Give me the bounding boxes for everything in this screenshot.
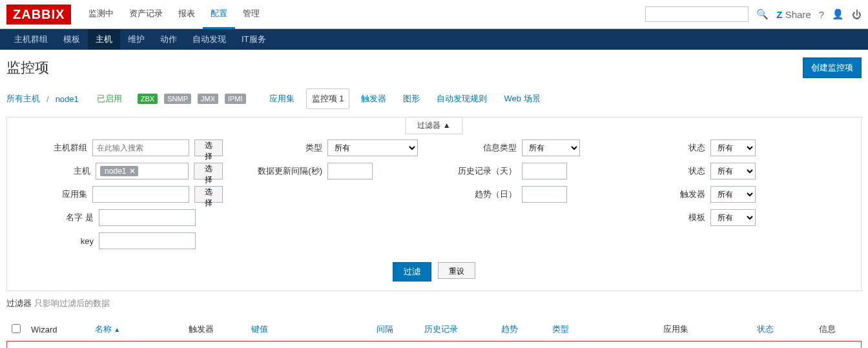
- col-type[interactable]: 类型: [547, 318, 658, 341]
- infotype-label: 信息类型: [446, 142, 517, 154]
- crumb-all-hosts[interactable]: 所有主机: [6, 93, 40, 105]
- trigger-filter-label: 触发器: [654, 189, 705, 200]
- col-status[interactable]: 状态: [752, 318, 814, 341]
- subnav-hosts[interactable]: 主机: [88, 29, 120, 50]
- filter-reset-button[interactable]: 重设: [438, 262, 475, 279]
- template-label: 模板: [654, 212, 705, 223]
- host-chip[interactable]: node1✕: [100, 166, 138, 176]
- logo: ZABBIX: [6, 5, 71, 25]
- subnav-templates[interactable]: 模板: [56, 29, 88, 50]
- items-table: Wizard 名称▲ 触发器 键值 间隔 历史记录 趋势 类型 应用集 状态 信…: [6, 318, 862, 348]
- trend-input[interactable]: [522, 186, 567, 203]
- col-history[interactable]: 历史记录: [419, 318, 496, 341]
- subnav-actions[interactable]: 动作: [152, 29, 185, 50]
- host-select-button[interactable]: 选择: [194, 163, 223, 179]
- filter-toggle[interactable]: 过滤器 ▲: [405, 117, 462, 134]
- subnav-hostgroups[interactable]: 主机群组: [6, 29, 56, 50]
- app-select-button[interactable]: 选择: [194, 186, 223, 203]
- proto-snmp-tag: SNMP: [164, 94, 191, 104]
- update-interval-input[interactable]: [327, 163, 373, 179]
- proto-jmx-tag: JMX: [198, 94, 218, 104]
- item-app: http service: [658, 341, 752, 349]
- page-title: 监控项: [6, 58, 49, 77]
- key-label: key: [23, 236, 94, 246]
- user-icon[interactable]: 👤: [832, 8, 844, 20]
- app-input[interactable]: [92, 186, 189, 203]
- name-input[interactable]: [99, 209, 196, 226]
- col-name[interactable]: 名称▲: [90, 318, 183, 341]
- topnav-reports[interactable]: 报表: [170, 0, 203, 29]
- filter-note-rest: 只影响过滤后的数据: [34, 298, 110, 308]
- col-interval[interactable]: 间隔: [371, 318, 419, 341]
- tab-triggers[interactable]: 触发器: [356, 89, 391, 108]
- template-select[interactable]: 所有: [710, 209, 756, 226]
- item-interval: 30s: [371, 341, 419, 349]
- logout-icon[interactable]: ⏻: [852, 9, 862, 20]
- sort-asc-icon: ▲: [114, 326, 120, 333]
- state2-select[interactable]: 所有: [710, 163, 756, 179]
- item-trend: 365d: [496, 341, 547, 349]
- crumb-host[interactable]: node1: [56, 94, 79, 104]
- type-select[interactable]: 所有: [327, 139, 418, 156]
- subnav-maintenance[interactable]: 维护: [120, 29, 152, 50]
- name-label: 名字 是: [23, 212, 94, 223]
- topnav-monitor[interactable]: 监测中: [81, 0, 121, 29]
- state1-label: 状态: [654, 142, 705, 154]
- trigger-select[interactable]: 所有: [710, 186, 756, 203]
- table-row: http service net.tcp.listen[80] 30s 90d …: [6, 341, 862, 349]
- host-label: 主机: [23, 165, 90, 177]
- search-icon[interactable]: 🔍: [756, 8, 769, 20]
- hostgroup-input[interactable]: [92, 139, 189, 156]
- proto-zbx-tag: ZBX: [138, 94, 158, 104]
- state1-select[interactable]: 所有: [710, 139, 756, 156]
- global-search-input[interactable]: [645, 6, 749, 22]
- update-interval-label: 数据更新间隔(秒): [238, 165, 322, 177]
- tab-web[interactable]: Web 场景: [499, 89, 545, 108]
- col-key[interactable]: 键值: [246, 318, 371, 341]
- history-label: 历史记录（天）: [446, 165, 517, 177]
- trend-label: 趋势（日）: [446, 189, 517, 200]
- create-item-button[interactable]: 创建监控项: [803, 57, 862, 78]
- subnav-discovery[interactable]: 自动发现: [185, 29, 234, 50]
- item-key: net.tcp.listen[80]: [246, 341, 371, 349]
- state2-label: 状态: [654, 165, 705, 177]
- key-input[interactable]: [99, 232, 196, 249]
- item-history: 90d: [419, 341, 496, 349]
- tab-items[interactable]: 监控项 1: [306, 88, 350, 109]
- col-wizard: Wizard: [26, 318, 90, 341]
- subnav-itservice[interactable]: IT服务: [234, 29, 274, 50]
- col-info: 信息: [814, 318, 862, 341]
- hostgroup-label: 主机群组: [23, 142, 87, 154]
- tab-graphs[interactable]: 图形: [398, 89, 425, 108]
- tab-discovery-rules[interactable]: 自动发现规则: [431, 89, 492, 108]
- hostgroup-select-button[interactable]: 选择: [194, 139, 223, 156]
- topnav-config[interactable]: 配置: [203, 0, 235, 29]
- col-triggers: 触发器: [183, 318, 246, 341]
- infotype-select[interactable]: 所有: [522, 139, 580, 156]
- topnav-admin[interactable]: 管理: [235, 0, 267, 29]
- crumb-sep: /: [46, 94, 49, 104]
- item-type: Zabbix 客户端: [547, 341, 658, 349]
- help-icon[interactable]: ?: [819, 9, 824, 20]
- host-chip-remove-icon[interactable]: ✕: [129, 167, 136, 176]
- app-label: 应用集: [23, 189, 87, 200]
- history-input[interactable]: [522, 163, 567, 179]
- share-link[interactable]: Z Share: [776, 9, 811, 20]
- host-enabled-label: 已启用: [97, 93, 122, 105]
- tab-applications[interactable]: 应用集: [264, 89, 300, 108]
- filter-note-lead: 过滤器: [6, 298, 32, 308]
- sub-nav: 主机群组 模板 主机 维护 动作 自动发现 IT服务: [0, 29, 868, 50]
- topnav-inventory[interactable]: 资产记录: [121, 0, 170, 29]
- top-nav: 监测中 资产记录 报表 配置 管理: [81, 0, 645, 29]
- proto-ipmi-tag: IPMI: [225, 94, 246, 104]
- select-all-checkbox[interactable]: [12, 324, 21, 333]
- col-trend[interactable]: 趋势: [496, 318, 547, 341]
- type-label: 类型: [238, 142, 322, 154]
- filter-panel: 过滤器 ▲ 主机群组选择 主机node1✕选择 应用集选择 名字 是 key 类…: [6, 117, 862, 291]
- breadcrumb: 所有主机 / node1 已启用 ZBX SNMP JMX IPMI 应用集 监…: [0, 86, 868, 117]
- filter-apply-button[interactable]: 过滤: [393, 262, 431, 281]
- col-app: 应用集: [658, 318, 752, 341]
